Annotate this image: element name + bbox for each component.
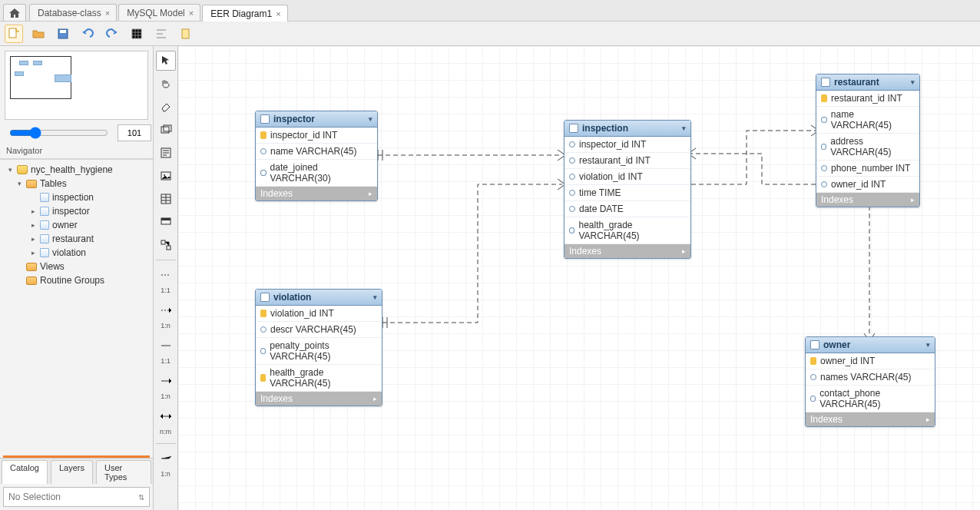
redo-button[interactable]: [103, 25, 121, 43]
grid-button[interactable]: [127, 25, 146, 43]
tree-routines[interactable]: Routine Groups: [2, 273, 151, 287]
column-label: contact_phone VARCHAR(45): [819, 388, 930, 409]
entity-title: owner: [823, 339, 850, 350]
close-icon[interactable]: ×: [105, 8, 110, 18]
column-label: time TIME: [579, 187, 621, 198]
column-icon: [810, 396, 816, 402]
database-icon: [17, 165, 28, 174]
chevron-down-icon[interactable]: ▾: [911, 78, 915, 86]
chevron-down-icon[interactable]: ▾: [373, 293, 377, 301]
diagram-tools: 1:1 1:n 1:1 1:n n:m 1:n: [154, 46, 178, 510]
table-icon: [260, 114, 270, 124]
tool-label: 1:1: [161, 286, 171, 294]
chevron-down-icon[interactable]: ▾: [926, 341, 930, 349]
new-file-icon: [8, 28, 20, 40]
chevron-right-icon[interactable]: ▸: [682, 247, 686, 255]
chevron-right-icon[interactable]: ▸: [926, 416, 930, 423]
layer-tool[interactable]: [156, 120, 176, 140]
tree-table-inspector[interactable]: ▸inspector: [2, 204, 151, 218]
table-icon: [569, 124, 578, 133]
pk-icon: [260, 310, 267, 317]
entity-inspector[interactable]: inspector▾ inspector_id INT name VARCHAR…: [255, 111, 378, 201]
entity-footer: Indexes: [260, 188, 293, 199]
rel-1-1-tool[interactable]: [156, 265, 176, 285]
new-file-button[interactable]: [5, 25, 23, 43]
column-label: restaurant_id INT: [579, 155, 651, 166]
selection-dropdown[interactable]: No Selection ⇅: [3, 487, 150, 507]
column-icon: [569, 157, 575, 164]
home-tab[interactable]: [3, 4, 26, 21]
column-label: owner_id INT: [820, 356, 875, 366]
tab-layers[interactable]: Layers: [51, 460, 93, 484]
tree-table-owner[interactable]: ▸owner: [2, 218, 151, 232]
entity-violation[interactable]: violation▾ violation_id INT descr VARCHA…: [255, 289, 382, 406]
tree-table-violation[interactable]: ▸violation: [2, 246, 151, 260]
sidebar-bottom-tabs: Catalog Layers User Types: [0, 458, 153, 484]
note-tool[interactable]: [156, 143, 176, 163]
zoom-value[interactable]: [118, 124, 151, 141]
tab-mysql-model[interactable]: MySQL Model ×: [118, 4, 200, 21]
open-button[interactable]: [29, 25, 48, 43]
diagram-canvas[interactable]: inspector▾ inspector_id INT name VARCHAR…: [178, 46, 980, 510]
tab-user-types[interactable]: User Types: [96, 460, 151, 484]
navigator-minimap[interactable]: [5, 51, 148, 120]
chevron-right-icon[interactable]: ▸: [369, 190, 372, 197]
chevron-down-icon[interactable]: ▾: [682, 124, 686, 132]
tab-database-class[interactable]: Database-class ×: [29, 4, 117, 21]
column-icon: [821, 181, 827, 187]
chevron-down-icon[interactable]: ▾: [369, 115, 372, 123]
tab-catalog[interactable]: Catalog: [2, 460, 48, 484]
entity-footer: Indexes: [821, 194, 853, 205]
tab-eer-diagram[interactable]: EER Diagram1 ×: [202, 5, 287, 22]
column-label: date_joined VARCHAR(30): [270, 162, 372, 184]
rel-1-nc-tool[interactable]: [156, 449, 176, 469]
column-label: names VARCHAR(45): [820, 372, 911, 382]
tab-label: MySQL Model: [127, 8, 185, 18]
tree-label: owner: [52, 220, 78, 230]
pk-icon: [260, 374, 266, 382]
sidebar: ▼ Navigator ▾nyc_health_hygiene ▾Tables …: [0, 46, 154, 510]
routine-tool[interactable]: [156, 235, 176, 255]
rel-1-1b-tool[interactable]: [156, 336, 176, 356]
tree-views[interactable]: Views: [2, 260, 151, 273]
hand-tool[interactable]: [156, 74, 176, 94]
undo-button[interactable]: [78, 25, 97, 43]
svg-rect-18: [161, 218, 171, 220]
pointer-tool[interactable]: [156, 51, 176, 71]
column-icon: [569, 141, 575, 147]
rel-1-nb-tool[interactable]: [156, 371, 176, 391]
rel-n-m-tool[interactable]: [156, 406, 176, 426]
entity-restaurant[interactable]: restaurant▾ restaurant_id INT name VARCH…: [816, 74, 920, 207]
redo-icon: [106, 28, 118, 40]
document-tabs: Database-class × MySQL Model × EER Diagr…: [0, 0, 980, 22]
column-icon: [260, 348, 266, 354]
align-button[interactable]: [152, 25, 171, 43]
column-icon: [569, 206, 575, 212]
rel-1-n-tool[interactable]: [156, 300, 176, 320]
tree-table-restaurant[interactable]: ▸restaurant: [2, 232, 151, 246]
chevron-right-icon[interactable]: ▸: [373, 395, 377, 402]
selection-label: No Selection: [8, 492, 61, 502]
tree-tables[interactable]: ▾Tables: [2, 177, 151, 190]
column-icon: [569, 190, 575, 196]
relation-icon: [160, 375, 172, 387]
view-tool[interactable]: [156, 212, 176, 232]
entity-owner[interactable]: owner▾ owner_id INT names VARCHAR(45) co…: [805, 336, 935, 427]
close-icon[interactable]: ×: [189, 8, 194, 18]
close-icon[interactable]: ×: [276, 9, 280, 18]
image-tool[interactable]: [156, 166, 176, 186]
column-label: owner_id INT: [831, 179, 886, 190]
chevron-right-icon[interactable]: ▸: [911, 196, 915, 204]
eraser-tool[interactable]: [156, 97, 176, 117]
tree-db[interactable]: ▾nyc_health_hygiene: [2, 163, 151, 177]
relation-icon: [160, 452, 172, 465]
save-button[interactable]: [54, 25, 72, 43]
tree-table-inspection[interactable]: inspection: [2, 190, 151, 204]
table-tool[interactable]: [156, 189, 176, 209]
column-icon: [821, 144, 826, 150]
zoom-slider[interactable]: [9, 127, 108, 139]
note-icon: [160, 147, 172, 159]
settings-button[interactable]: [177, 25, 195, 43]
entity-inspection[interactable]: inspection▾ inspector_id INT restaurant_…: [564, 120, 691, 259]
table-icon: [40, 193, 49, 202]
